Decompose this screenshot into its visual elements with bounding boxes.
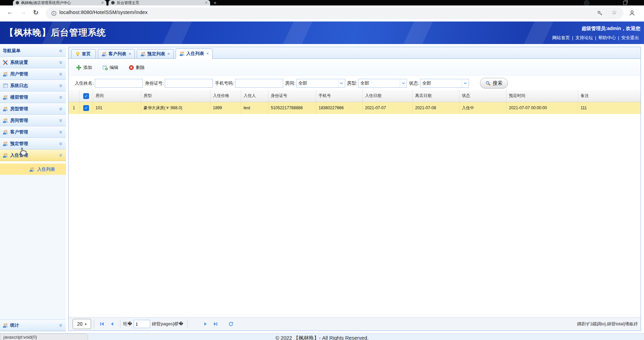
- phone-input[interactable]: [235, 79, 283, 88]
- users-icon: [141, 51, 146, 57]
- sidebar-item-statistics[interactable]: 统计: [0, 320, 66, 331]
- tab-home[interactable]: 首页: [71, 49, 96, 59]
- tab-close-icon[interactable]: ×: [99, 0, 104, 5]
- column-header-idcard[interactable]: 身份证号: [268, 90, 316, 102]
- page-number-input[interactable]: [134, 320, 150, 328]
- tab-close-icon[interactable]: ×: [129, 52, 131, 56]
- users-icon: [29, 167, 35, 172]
- url-text[interactable]: localhost:8080/HotelSSM/system/index: [59, 10, 148, 15]
- select-all-header: ✓: [79, 90, 93, 102]
- sidebar-item-room-management[interactable]: 房间管理: [0, 115, 66, 126]
- new-tab-button[interactable]: +: [214, 0, 217, 5]
- edit-button-label: 编辑: [109, 65, 118, 71]
- tab-customer-list[interactable]: 客户列表 ×: [98, 49, 135, 59]
- key-icon[interactable]: [597, 10, 603, 16]
- sidebar-item-floor-management[interactable]: 楼层管理: [0, 91, 66, 103]
- window-restore-icon[interactable]: [623, 1, 627, 5]
- column-header-guest[interactable]: 入住人: [241, 90, 268, 102]
- browser-tab-2[interactable]: 后台管理主页 ×: [108, 0, 210, 5]
- select-all-checkbox[interactable]: ✓: [83, 93, 89, 99]
- first-page-button[interactable]: [99, 321, 105, 327]
- refresh-icon[interactable]: [228, 321, 234, 327]
- column-header-checkin-date[interactable]: 入住日期: [363, 90, 413, 102]
- column-header-remark[interactable]: 备注: [578, 90, 641, 102]
- sidebar-item-checkin-management[interactable]: 入住管理: [0, 150, 66, 161]
- link-site-home[interactable]: 网站首页: [552, 35, 570, 40]
- cell-price: 1899: [210, 102, 241, 114]
- sidebar-title: 导航菜单: [0, 45, 66, 57]
- users-icon: [3, 71, 8, 77]
- browser-tab-1[interactable]: 枫林晚|酒店管理系统用户中心 ×: [13, 0, 106, 5]
- users-icon: [102, 51, 107, 57]
- site-info-icon[interactable]: [51, 11, 57, 16]
- next-page-button[interactable]: [203, 321, 208, 327]
- tab-label: 入住列表: [186, 51, 204, 57]
- select-arrow-icon: ▾: [85, 322, 87, 326]
- users-icon: [3, 118, 8, 123]
- sidebar-subitem-checkin-list[interactable]: 入住列表: [0, 164, 66, 175]
- prev-page-button[interactable]: [109, 321, 115, 327]
- cell-roomtype: 豪华大床房(￥:988.0): [141, 102, 210, 114]
- sidebar-item-label: 客户管理: [10, 129, 28, 135]
- link-help[interactable]: 帮助中心: [598, 35, 616, 40]
- link-logout[interactable]: 安全退出: [621, 35, 639, 40]
- page-size-select[interactable]: 20 ▾: [73, 319, 91, 329]
- users-icon: [3, 106, 8, 112]
- tab-checkin-list[interactable]: 入住列表 ×: [176, 48, 213, 59]
- column-header-roomtype[interactable]: 房型: [141, 90, 210, 102]
- users-icon: [3, 323, 8, 328]
- collapse-sidebar-icon[interactable]: [58, 48, 63, 53]
- room-select[interactable]: 全部: [296, 79, 345, 88]
- sidebar-item-label: 系统日志: [10, 83, 28, 89]
- search-button[interactable]: 搜索: [480, 78, 508, 88]
- add-button[interactable]: 添加: [76, 65, 92, 71]
- grid-toolbar: 添加 编辑 删除: [69, 59, 641, 76]
- back-icon[interactable]: ←: [7, 9, 13, 16]
- cell-phone: 18380227666: [316, 102, 363, 114]
- sidebar-item-roomtype-management[interactable]: 房型管理: [0, 103, 66, 115]
- sidebar-item-reservation-management[interactable]: 预定管理: [0, 138, 66, 150]
- status-select[interactable]: 全部: [420, 79, 469, 88]
- browser-status-tooltip: javascript:void(0): [0, 334, 88, 340]
- sidebar-item-system-log[interactable]: 系统日志: [0, 80, 66, 91]
- cell-room: 101: [93, 102, 141, 114]
- column-header-status[interactable]: 状态: [459, 90, 507, 102]
- roomtype-select[interactable]: 全部: [358, 79, 407, 88]
- forward-icon[interactable]: →: [20, 9, 26, 16]
- guest-name-input[interactable]: [95, 79, 143, 88]
- sidebar-item-customer-management[interactable]: 客户管理: [0, 126, 66, 138]
- search-button-label: 搜索: [493, 80, 502, 86]
- tab-close-icon[interactable]: ×: [202, 0, 207, 5]
- last-page-button[interactable]: [213, 321, 218, 327]
- delete-icon: [129, 65, 134, 70]
- cell-status: 入住中: [459, 102, 507, 114]
- idcard-input[interactable]: [165, 79, 213, 88]
- tab-close-icon[interactable]: ×: [206, 51, 209, 56]
- reload-icon[interactable]: ↻: [33, 9, 39, 16]
- column-header-phone[interactable]: 手机号: [316, 90, 363, 102]
- status-label: 状态:: [409, 80, 419, 86]
- sidebar-item-label: 预定管理: [10, 141, 28, 147]
- column-header-room[interactable]: 房间: [93, 90, 141, 102]
- chevron-down-icon: [58, 323, 63, 328]
- row-checkbox[interactable]: ✓: [83, 105, 89, 111]
- search-form: 入住姓名: 身份证号: 手机号码: 房间: 全部 房型: 全部 状态: 全部: [69, 76, 641, 90]
- sidebar-item-user-management[interactable]: 用户管理: [0, 68, 66, 80]
- bookmark-star-icon[interactable]: ☆: [612, 9, 617, 16]
- page-size-value: 20: [77, 321, 83, 327]
- row-checkbox-cell: ✓: [79, 102, 93, 114]
- column-header-checkout-date[interactable]: 离店日期: [413, 90, 459, 102]
- profile-circle-icon[interactable]: [584, 0, 589, 6]
- profile-person-icon[interactable]: [628, 9, 636, 17]
- delete-button[interactable]: 删除: [129, 65, 145, 71]
- column-header-reserve-time[interactable]: 预定时间: [507, 90, 578, 102]
- column-header-price[interactable]: 入住价格: [210, 90, 241, 102]
- edit-icon: [102, 65, 108, 70]
- link-separator: |: [595, 35, 596, 40]
- tab-reservation-list[interactable]: 预定列表 ×: [137, 49, 174, 59]
- edit-button[interactable]: 编辑: [102, 65, 118, 71]
- link-forum[interactable]: 支持论坛: [575, 35, 593, 40]
- tab-close-icon[interactable]: ×: [167, 52, 170, 56]
- table-row[interactable]: 1 ✓ 101 豪华大床房(￥:988.0) 1899 test 5105221…: [69, 102, 641, 114]
- sidebar-item-system-settings[interactable]: 系统设置: [0, 57, 66, 68]
